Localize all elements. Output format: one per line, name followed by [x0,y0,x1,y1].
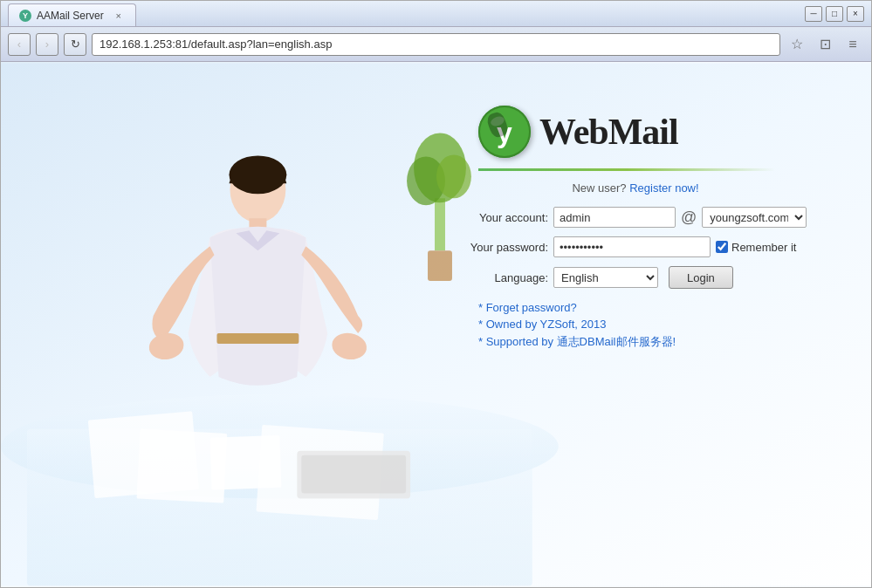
tab-area: Y AAMail Server × [8,1,805,26]
address-bar: ‹ › ↻ 192.168.1.253:81/default.asp?lan=e… [1,27,871,62]
new-user-text: New user? [572,181,626,195]
domain-select[interactable]: youngzsoft.com [702,207,807,228]
title-bar: Y AAMail Server × ─ □ × [1,1,871,27]
bookmark-button[interactable]: ☆ [786,33,808,56]
refresh-button[interactable]: ↻ [64,33,86,56]
remember-checkbox[interactable] [716,241,728,253]
language-row: Language: English Chinese Login [452,266,819,289]
register-line: New user? Register now! [452,181,819,195]
browser-tab[interactable]: Y AAMail Server × [8,3,136,26]
account-input[interactable] [553,207,676,228]
svg-text:y: y [497,117,512,148]
minimize-button[interactable]: ─ [805,6,822,22]
owned-by-link[interactable]: * Owned by YZSoft, 2013 [478,318,819,331]
webmail-logo-icon: y [478,106,531,158]
menu-button[interactable]: ≡ [841,33,864,56]
forward-button[interactable]: › [36,33,58,56]
tab-favicon: Y [19,10,31,22]
language-select[interactable]: English Chinese [553,267,658,288]
forget-password-link[interactable]: * Forget password? [478,301,819,314]
logo-area: y WebMail [452,106,819,158]
remember-area: Remember it [716,241,796,254]
tab-label: AAMail Server [37,10,104,22]
svg-point-21 [480,107,529,156]
back-button[interactable]: ‹ [8,33,31,56]
language-label: Language: [452,271,548,284]
password-input[interactable] [553,236,711,257]
password-row: Your password: Remember it [452,236,819,257]
logo-underline [478,168,775,171]
account-label: Your account: [452,211,548,224]
at-sign: @ [681,209,697,227]
close-button[interactable]: × [847,6,864,22]
password-label: Your password: [452,241,548,254]
login-container: y WebMail New user? Register now! Your a… [452,106,819,350]
remember-label: Remember it [731,241,796,254]
register-link[interactable]: Register now! [629,181,698,195]
footer-links: * Forget password? * Owned by YZSoft, 20… [452,301,819,350]
supported-by-link[interactable]: * Supported by 通志DBMail邮件服务器! [478,334,819,350]
download-button[interactable]: ⊡ [814,33,836,56]
url-input[interactable]: 192.168.1.253:81/default.asp?lan=english… [92,33,780,56]
maximize-button[interactable]: □ [826,6,843,22]
svg-point-23 [490,115,505,128]
url-text: 192.168.1.253:81/default.asp?lan=english… [100,38,332,51]
window-controls: ─ □ × [805,6,864,22]
browser-window: Y AAMail Server × ─ □ × ‹ › ↻ 192.168.1.… [0,0,872,588]
account-row: Your account: @ youngzsoft.com [452,207,819,228]
webmail-logo-text: WebMail [539,111,678,153]
tab-close-button[interactable]: × [113,10,125,22]
login-button[interactable]: Login [669,266,733,289]
page-content: y WebMail New user? Register now! Your a… [1,62,871,587]
